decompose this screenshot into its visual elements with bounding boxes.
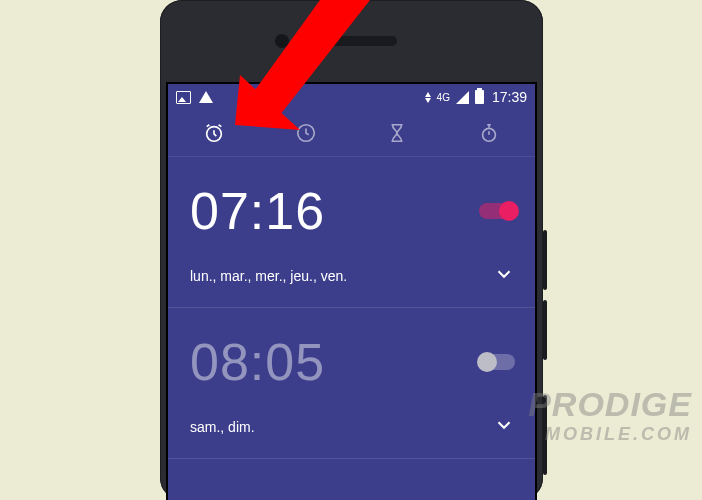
- phone-sensor: [275, 34, 289, 48]
- tab-bar: [168, 110, 535, 157]
- alarm-item[interactable]: 08:05 sam., dim.: [168, 308, 535, 459]
- tab-clock[interactable]: [286, 113, 326, 153]
- alarm-time: 08:05: [190, 332, 325, 392]
- volume-down-button: [543, 300, 547, 360]
- chevron-down-icon: [493, 414, 515, 436]
- network-type-label: 4G: [437, 92, 450, 103]
- tab-alarm[interactable]: [194, 113, 234, 153]
- screenshot-notification-icon: [176, 91, 191, 104]
- chevron-down-icon: [493, 263, 515, 285]
- alarm-time: 07:16: [190, 181, 325, 241]
- phone-screen: ! 4G 17:39: [166, 82, 537, 500]
- battery-icon: [475, 90, 484, 104]
- clock-icon: [295, 122, 317, 144]
- hourglass-icon: [386, 122, 408, 144]
- tab-timer[interactable]: [377, 113, 417, 153]
- alarm-icon: [203, 122, 225, 144]
- status-time: 17:39: [492, 89, 527, 105]
- expand-alarm-button[interactable]: [493, 263, 515, 289]
- phone-frame: ! 4G 17:39: [160, 0, 543, 500]
- phone-speaker: [307, 36, 397, 46]
- warning-icon: !: [199, 91, 213, 103]
- stopwatch-icon: [478, 122, 500, 144]
- alarm-days: lun., mar., mer., jeu., ven.: [190, 268, 347, 284]
- status-bar: ! 4G 17:39: [168, 84, 535, 110]
- alarm-item[interactable]: 07:16 lun., mar., mer., jeu., ven.: [168, 157, 535, 308]
- alarm-toggle[interactable]: [479, 203, 515, 219]
- watermark: PRODIGE MOBILE.COM: [528, 385, 692, 445]
- alarm-days: sam., dim.: [190, 419, 255, 435]
- power-button: [543, 395, 547, 475]
- signal-icon: [456, 91, 469, 104]
- svg-point-2: [483, 128, 496, 141]
- data-sync-icon: [425, 92, 431, 103]
- watermark-line2: MOBILE.COM: [528, 424, 692, 445]
- tab-stopwatch[interactable]: [469, 113, 509, 153]
- alarm-toggle[interactable]: [479, 354, 515, 370]
- watermark-line1: PRODIGE: [528, 385, 692, 424]
- volume-up-button: [543, 230, 547, 290]
- expand-alarm-button[interactable]: [493, 414, 515, 440]
- phone-sensor: [298, 34, 312, 48]
